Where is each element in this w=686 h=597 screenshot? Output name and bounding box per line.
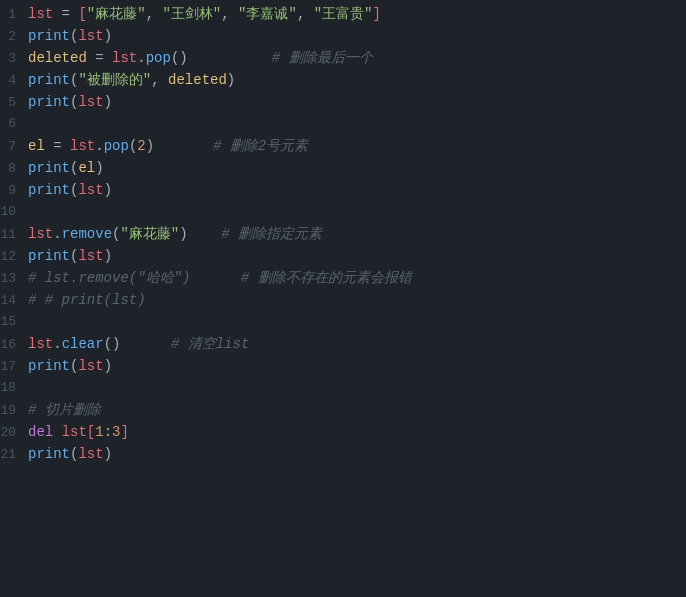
line-number: 6 bbox=[0, 114, 28, 134]
token-plain bbox=[188, 50, 272, 66]
code-line: 4print("被删除的", deleted) bbox=[0, 70, 686, 92]
token-plain bbox=[154, 138, 213, 154]
code-line: 17print(lst) bbox=[0, 356, 686, 378]
token-kw-print: print bbox=[28, 248, 70, 264]
code-line: 3deleted = lst.pop() # 删除最后一个 bbox=[0, 48, 686, 70]
line-number: 14 bbox=[0, 291, 28, 311]
line-number: 12 bbox=[0, 247, 28, 267]
token-operator: = bbox=[87, 50, 112, 66]
token-method: pop bbox=[104, 138, 129, 154]
code-line: 9print(lst) bbox=[0, 180, 686, 202]
line-number: 15 bbox=[0, 312, 28, 332]
token-punct: . bbox=[53, 336, 61, 352]
token-identifier: lst bbox=[78, 28, 103, 44]
token-paren: ) bbox=[227, 72, 235, 88]
token-paren: ) bbox=[104, 446, 112, 462]
code-line: 2print(lst) bbox=[0, 26, 686, 48]
token-identifier: lst bbox=[112, 50, 137, 66]
code-line: 8print(el) bbox=[0, 158, 686, 180]
line-number: 17 bbox=[0, 357, 28, 377]
token-var: el bbox=[78, 160, 95, 176]
token-kw-print: print bbox=[28, 72, 70, 88]
token-punct: , bbox=[146, 6, 163, 22]
token-comment: # 清空list bbox=[171, 336, 249, 352]
line-content: # 切片删除 bbox=[28, 400, 678, 422]
token-kw-print: print bbox=[28, 28, 70, 44]
token-paren: ) bbox=[104, 182, 112, 198]
token-comment: # lst.remove("哈哈") # 删除不存在的元素会报错 bbox=[28, 270, 412, 286]
token-kw-print: print bbox=[28, 446, 70, 462]
code-line: 16lst.clear() # 清空list bbox=[0, 334, 686, 356]
line-number: 20 bbox=[0, 423, 28, 443]
token-bracket: [ bbox=[87, 424, 95, 440]
token-kw-print: print bbox=[28, 182, 70, 198]
token-identifier: lst bbox=[28, 336, 53, 352]
token-paren: () bbox=[104, 336, 121, 352]
token-operator: = bbox=[45, 138, 70, 154]
token-method: clear bbox=[62, 336, 104, 352]
token-comment: # 删除指定元素 bbox=[221, 226, 322, 242]
token-plain bbox=[188, 226, 222, 242]
line-number: 16 bbox=[0, 335, 28, 355]
token-identifier: lst bbox=[28, 226, 53, 242]
code-line: 15 bbox=[0, 312, 686, 334]
token-paren: ) bbox=[179, 226, 187, 242]
line-number: 21 bbox=[0, 445, 28, 465]
token-comment: # 删除最后一个 bbox=[272, 50, 373, 66]
token-bracket: [ bbox=[78, 6, 86, 22]
token-kw-print: print bbox=[28, 160, 70, 176]
token-var: deleted bbox=[168, 72, 227, 88]
token-kw-del: del bbox=[28, 424, 53, 440]
token-identifier: lst bbox=[78, 182, 103, 198]
token-bracket: ] bbox=[373, 6, 381, 22]
token-var: deleted bbox=[28, 50, 87, 66]
line-content: print(lst) bbox=[28, 92, 678, 114]
token-punct: , bbox=[297, 6, 314, 22]
line-content: # # print(lst) bbox=[28, 290, 678, 312]
token-paren: ) bbox=[104, 248, 112, 264]
token-plain bbox=[53, 424, 61, 440]
line-number: 9 bbox=[0, 181, 28, 201]
code-line: 19# 切片删除 bbox=[0, 400, 686, 422]
token-string: "麻花藤" bbox=[120, 226, 179, 242]
line-content: print(el) bbox=[28, 158, 678, 180]
line-number: 1 bbox=[0, 5, 28, 25]
token-string: "麻花藤" bbox=[87, 6, 146, 22]
line-content: lst = ["麻花藤", "王剑林", "李嘉诚", "王富贵"] bbox=[28, 4, 678, 26]
token-string: "王富贵" bbox=[314, 6, 373, 22]
token-kw-print: print bbox=[28, 358, 70, 374]
line-content: lst.clear() # 清空list bbox=[28, 334, 678, 356]
token-number: 2 bbox=[137, 138, 145, 154]
token-paren: ) bbox=[104, 358, 112, 374]
code-line: 13# lst.remove("哈哈") # 删除不存在的元素会报错 bbox=[0, 268, 686, 290]
token-punct: : bbox=[104, 424, 112, 440]
code-line: 18 bbox=[0, 378, 686, 400]
token-var: el bbox=[28, 138, 45, 154]
token-punct: , bbox=[221, 6, 238, 22]
line-number: 19 bbox=[0, 401, 28, 421]
token-paren: ) bbox=[104, 94, 112, 110]
token-identifier: lst bbox=[28, 6, 53, 22]
line-number: 7 bbox=[0, 137, 28, 157]
token-string: "被删除的" bbox=[78, 72, 151, 88]
line-content: print(lst) bbox=[28, 180, 678, 202]
token-slice-num: 1 bbox=[95, 424, 103, 440]
code-line: 21print(lst) bbox=[0, 444, 686, 466]
token-identifier: lst bbox=[62, 424, 87, 440]
line-number: 3 bbox=[0, 49, 28, 69]
line-content: print(lst) bbox=[28, 26, 678, 48]
token-punct: . bbox=[137, 50, 145, 66]
line-content: deleted = lst.pop() # 删除最后一个 bbox=[28, 48, 678, 70]
line-content: print("被删除的", deleted) bbox=[28, 70, 678, 92]
code-line: 14# # print(lst) bbox=[0, 290, 686, 312]
token-paren: ) bbox=[146, 138, 154, 154]
line-number: 2 bbox=[0, 27, 28, 47]
code-line: 20del lst[1:3] bbox=[0, 422, 686, 444]
token-comment: # 切片删除 bbox=[28, 402, 101, 418]
line-number: 8 bbox=[0, 159, 28, 179]
token-operator: = bbox=[53, 6, 78, 22]
token-identifier: lst bbox=[78, 94, 103, 110]
line-content: print(lst) bbox=[28, 444, 678, 466]
line-number: 11 bbox=[0, 225, 28, 245]
code-line: 6 bbox=[0, 114, 686, 136]
